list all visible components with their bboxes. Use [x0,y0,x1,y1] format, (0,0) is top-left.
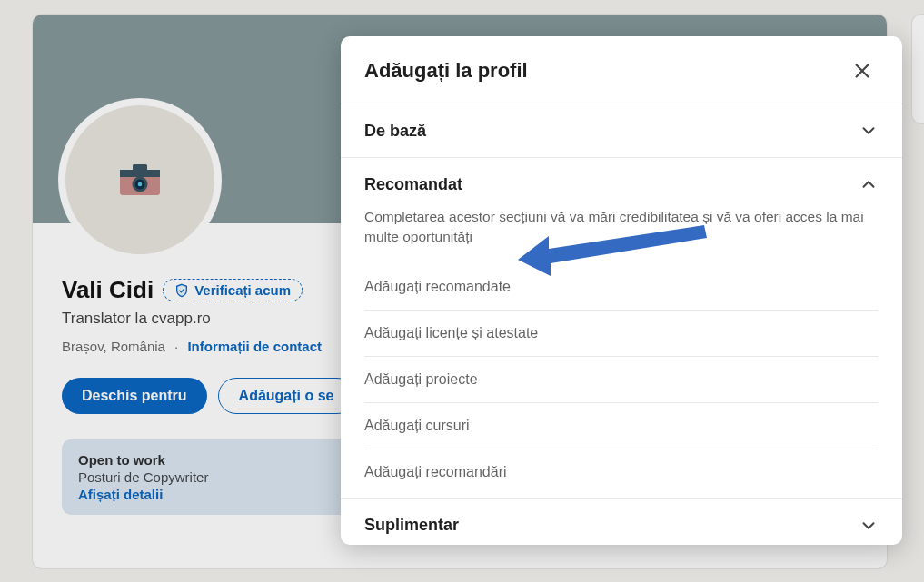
add-projects-item[interactable]: Adăugați proiecte [364,357,879,403]
section-basic-label: De bază [364,122,426,141]
chevron-down-icon [859,516,879,536]
section-additional-label: Suplimentar [364,516,459,535]
add-recommendations-item[interactable]: Adăugați recomandări [364,449,879,495]
add-courses-item[interactable]: Adăugați cursuri [364,403,879,449]
recommended-title: Recomandat [364,175,462,194]
section-basic[interactable]: De bază [341,104,902,157]
close-button[interactable] [846,54,879,87]
chevron-up-icon[interactable] [859,174,879,194]
add-to-profile-modal: Adăugați la profil De bază Recomandat Co… [341,36,902,545]
add-featured-item[interactable]: Adăugați recomandate [364,264,879,311]
section-additional[interactable]: Suplimentar [341,498,902,552]
recommended-list: Adăugați recomandate Adăugați licențe și… [364,264,879,495]
add-licenses-item[interactable]: Adăugați licențe și atestate [364,311,879,357]
section-recommended: Recomandat Completarea acestor secțiuni … [341,157,902,498]
recommended-description: Completarea acestor secțiuni vă va mări … [364,207,879,248]
chevron-down-icon [859,121,879,141]
close-icon [852,61,872,81]
modal-title: Adăugați la profil [364,59,528,83]
